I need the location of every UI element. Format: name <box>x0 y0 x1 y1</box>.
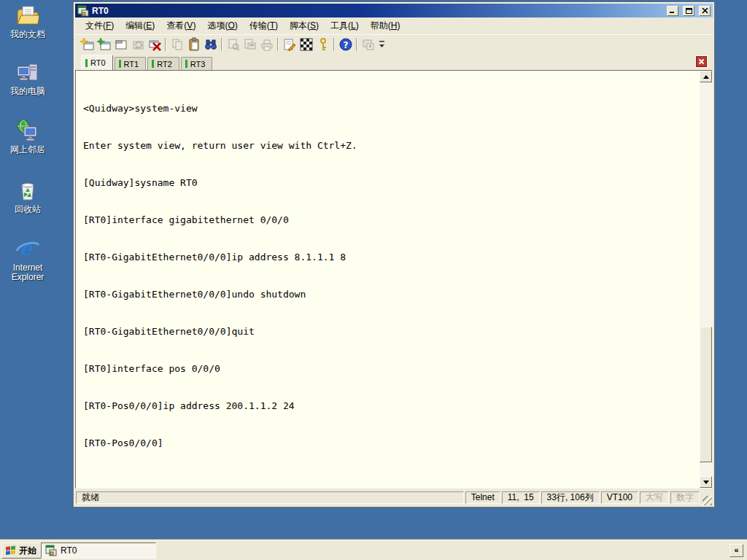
copy-icon <box>170 37 185 52</box>
minimize-button[interactable] <box>667 6 678 16</box>
security-key-icon <box>316 37 330 52</box>
find-icon <box>204 37 218 52</box>
session-manager-icon <box>361 37 376 52</box>
terminal-window: RT0 文件(F) 编辑(E) 查看(V) 选项(O) 传输(T) 脚本(S) … <box>73 1 715 508</box>
window-title: RT0 <box>92 6 662 16</box>
disconnect-button[interactable] <box>146 36 163 52</box>
status-ready: 就绪 <box>76 491 464 504</box>
tab-rt1[interactable]: RT1 <box>115 57 147 70</box>
desktop-icon-label: 网上邻居 <box>3 145 53 155</box>
window-titlebar[interactable]: RT0 <box>75 4 713 18</box>
terminal-line: [RT0-Pos0/0/0] <box>83 437 696 449</box>
taskbar: 开始 RT0 « <box>0 540 747 560</box>
desktop-icon-my-documents[interactable]: 我的文档 <box>3 4 53 39</box>
session-options-button[interactable] <box>298 36 314 52</box>
desktop-icon-my-computer[interactable]: 我的电脑 <box>3 61 53 96</box>
toolbar-separator <box>221 38 222 51</box>
disconnect-icon <box>147 37 162 52</box>
tab-close-button[interactable] <box>696 56 707 67</box>
tab-label: RT1 <box>124 60 139 69</box>
print-setup-icon <box>243 37 258 52</box>
tab-label: RT2 <box>157 60 172 69</box>
status-num-lock: 数字 <box>670 491 700 504</box>
help-button[interactable]: ? <box>337 36 354 52</box>
scroll-up-button[interactable] <box>700 71 712 82</box>
menu-tools[interactable]: 工具(L) <box>325 18 365 34</box>
tab-rt0[interactable]: RT0 <box>81 55 113 70</box>
terminal-line: [RT0-GigabitEthernet0/0/0]quit <box>83 325 696 338</box>
start-button[interactable]: 开始 <box>1 542 42 559</box>
tab-rt2[interactable]: RT2 <box>147 57 179 70</box>
connect-icon <box>97 37 112 52</box>
toolbar-separator <box>333 38 335 51</box>
svg-text:?: ? <box>343 40 348 50</box>
tray-collapse-button[interactable]: « <box>729 544 743 557</box>
security-key-button[interactable] <box>314 36 331 52</box>
paste-button[interactable] <box>185 36 202 52</box>
status-caps-lock: 大写 <box>640 491 669 504</box>
menu-view[interactable]: 查看(V) <box>160 18 201 34</box>
menu-script[interactable]: 脚本(S) <box>284 18 325 34</box>
status-terminal-size: 33行, 106列 <box>541 491 600 504</box>
desktop-icon-internet-explorer[interactable]: e Internet Explorer <box>3 236 53 282</box>
tab-rt3[interactable]: RT3 <box>181 57 213 70</box>
session-options-icon <box>299 37 314 52</box>
desktop-icon-label: Internet Explorer <box>3 263 53 282</box>
menu-help[interactable]: 帮助(H) <box>365 18 406 34</box>
scroll-down-button[interactable] <box>700 476 712 488</box>
session-tab-bar: RT0 RT1 RT2 RT3 <box>75 54 713 70</box>
reconnect-icon <box>131 37 145 52</box>
toolbar-overflow-button[interactable] <box>379 40 387 49</box>
start-label: 开始 <box>19 545 36 557</box>
arrow-down-icon <box>703 481 709 484</box>
maximize-icon <box>686 8 692 14</box>
print-setup-button <box>241 36 258 52</box>
taskbar-task-rt0[interactable]: RT0 <box>41 542 156 559</box>
minimize-icon <box>670 8 676 13</box>
desktop-icon-recycle-bin[interactable]: 回收站 <box>3 178 53 214</box>
menu-file[interactable]: 文件(F) <box>80 18 120 34</box>
print-preview-icon <box>226 37 241 52</box>
arrow-up-icon <box>703 75 709 79</box>
terminal-output: <Quidway>system-view Enter system view, … <box>83 77 696 474</box>
chevron-left-icon: « <box>734 545 738 554</box>
desktop-icon-label: 我的文档 <box>3 30 53 39</box>
tab-connected-indicator <box>119 60 121 68</box>
quick-connect-button[interactable] <box>79 36 96 52</box>
terminal-line: [RT0-GigabitEthernet0/0/0]ip address 8.1… <box>83 251 696 263</box>
connect-in-tab-button[interactable] <box>112 36 129 52</box>
menu-transfer[interactable]: 传输(T) <box>244 18 284 34</box>
windows-logo-icon <box>5 545 16 556</box>
resize-grip[interactable] <box>703 496 712 505</box>
network-places-icon <box>15 118 40 143</box>
status-protocol: Telnet <box>465 491 500 504</box>
scrollbar-thumb[interactable] <box>700 327 712 462</box>
session-manager-button <box>360 36 376 52</box>
app-icon <box>45 545 57 556</box>
terminal-screen[interactable]: <Quidway>system-view Enter system view, … <box>75 70 713 489</box>
quick-connect-icon <box>80 37 95 52</box>
properties-button[interactable] <box>281 36 298 52</box>
close-icon <box>702 8 708 14</box>
help-icon: ? <box>338 37 353 52</box>
terminal-line: [RT0-Pos0/0/0]ip address 200.1.1.2 24 <box>83 400 696 412</box>
toolbar-overflow-icon <box>379 40 387 49</box>
print-icon <box>260 37 274 52</box>
find-button[interactable] <box>202 36 219 52</box>
vertical-scrollbar[interactable] <box>700 71 712 488</box>
menu-options[interactable]: 选项(O) <box>201 18 243 34</box>
task-label: RT0 <box>61 545 77 556</box>
reconnect-button <box>129 36 146 52</box>
toolbar: ? <box>75 35 713 54</box>
menu-edit[interactable]: 编辑(E) <box>120 18 160 34</box>
print-button <box>258 36 275 52</box>
close-button[interactable] <box>699 6 711 16</box>
connect-button[interactable] <box>96 36 112 52</box>
toolbar-separator <box>356 38 357 51</box>
my-computer-icon <box>15 61 40 85</box>
internet-explorer-icon: e <box>15 236 40 261</box>
terminal-line: <Quidway>system-view <box>83 102 696 114</box>
maximize-button[interactable] <box>683 6 694 16</box>
terminal-line: [Quidway]sysname RT0 <box>83 176 696 189</box>
desktop-icon-network-places[interactable]: 网上邻居 <box>3 118 53 155</box>
